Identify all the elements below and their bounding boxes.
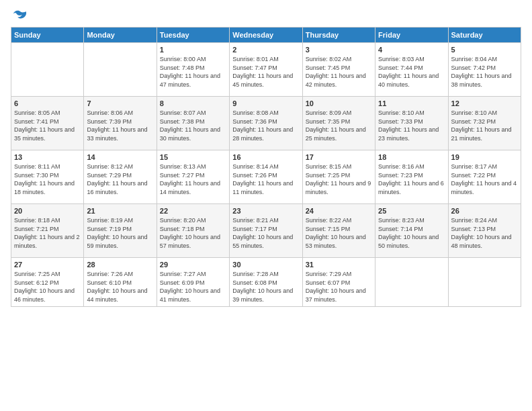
day-info: Sunrise: 8:24 AMSunset: 7:13 PMDaylight:…	[451, 216, 518, 250]
day-number: 15	[160, 153, 226, 161]
day-info: Sunrise: 8:14 AMSunset: 7:26 PMDaylight:…	[232, 163, 299, 196]
calendar-cell	[11, 43, 84, 97]
day-of-week-header: Monday	[84, 28, 157, 43]
day-info: Sunrise: 8:10 AMSunset: 7:32 PMDaylight:…	[451, 109, 518, 142]
day-number: 27	[14, 261, 81, 269]
calendar-cell: 28Sunrise: 7:26 AMSunset: 6:10 PMDayligh…	[84, 258, 157, 307]
day-number: 16	[232, 153, 299, 161]
calendar-cell: 11Sunrise: 8:10 AMSunset: 7:33 PMDayligh…	[375, 97, 448, 150]
day-info: Sunrise: 8:16 AMSunset: 7:23 PMDaylight:…	[378, 163, 445, 196]
calendar-cell: 1Sunrise: 8:00 AMSunset: 7:48 PMDaylight…	[157, 43, 229, 97]
logo	[11, 8, 27, 20]
calendar-cell: 15Sunrise: 8:13 AMSunset: 7:27 PMDayligh…	[157, 150, 229, 204]
calendar-header-row: SundayMondayTuesdayWednesdayThursdayFrid…	[11, 28, 521, 43]
day-info: Sunrise: 8:00 AMSunset: 7:48 PMDaylight:…	[160, 55, 226, 89]
day-info: Sunrise: 8:12 AMSunset: 7:29 PMDaylight:…	[87, 163, 153, 196]
day-info: Sunrise: 8:13 AMSunset: 7:27 PMDaylight:…	[160, 163, 226, 196]
calendar-cell: 8Sunrise: 8:07 AMSunset: 7:38 PMDaylight…	[157, 97, 229, 150]
day-info: Sunrise: 8:05 AMSunset: 7:41 PMDaylight:…	[14, 109, 81, 142]
day-number: 8	[160, 99, 226, 107]
day-info: Sunrise: 8:07 AMSunset: 7:38 PMDaylight:…	[160, 109, 226, 142]
day-info: Sunrise: 7:26 AMSunset: 6:10 PMDaylight:…	[87, 270, 153, 304]
day-info: Sunrise: 8:19 AMSunset: 7:19 PMDaylight:…	[87, 216, 153, 250]
calendar-cell: 22Sunrise: 8:20 AMSunset: 7:18 PMDayligh…	[157, 204, 229, 258]
calendar-cell: 7Sunrise: 8:06 AMSunset: 7:39 PMDaylight…	[84, 97, 157, 150]
calendar-cell: 6Sunrise: 8:05 AMSunset: 7:41 PMDaylight…	[11, 97, 84, 150]
calendar-table: SundayMondayTuesdayWednesdayThursdayFrid…	[11, 27, 521, 307]
day-number: 11	[378, 99, 445, 107]
day-number: 26	[451, 207, 518, 215]
calendar-cell	[84, 43, 157, 97]
calendar-cell: 10Sunrise: 8:09 AMSunset: 7:35 PMDayligh…	[302, 97, 375, 150]
calendar-cell: 12Sunrise: 8:10 AMSunset: 7:32 PMDayligh…	[448, 97, 521, 150]
calendar-cell: 21Sunrise: 8:19 AMSunset: 7:19 PMDayligh…	[84, 204, 157, 258]
day-number: 21	[87, 207, 153, 215]
day-of-week-header: Tuesday	[157, 28, 229, 43]
calendar-cell: 27Sunrise: 7:25 AMSunset: 6:12 PMDayligh…	[11, 258, 84, 307]
calendar-cell: 13Sunrise: 8:11 AMSunset: 7:30 PMDayligh…	[11, 150, 84, 204]
day-info: Sunrise: 8:08 AMSunset: 7:36 PMDaylight:…	[232, 109, 299, 142]
day-of-week-header: Wednesday	[230, 28, 302, 43]
day-info: Sunrise: 8:03 AMSunset: 7:44 PMDaylight:…	[378, 55, 445, 89]
calendar-cell: 31Sunrise: 7:29 AMSunset: 6:07 PMDayligh…	[302, 258, 375, 307]
calendar-cell: 18Sunrise: 8:16 AMSunset: 7:23 PMDayligh…	[375, 150, 448, 204]
day-number: 29	[160, 261, 226, 269]
calendar-cell: 19Sunrise: 8:17 AMSunset: 7:22 PMDayligh…	[448, 150, 521, 204]
calendar-cell: 30Sunrise: 7:28 AMSunset: 6:08 PMDayligh…	[230, 258, 302, 307]
day-number: 18	[378, 153, 445, 161]
day-info: Sunrise: 8:22 AMSunset: 7:15 PMDaylight:…	[306, 216, 372, 250]
day-info: Sunrise: 7:25 AMSunset: 6:12 PMDaylight:…	[14, 270, 81, 304]
day-info: Sunrise: 7:28 AMSunset: 6:08 PMDaylight:…	[232, 270, 299, 304]
day-of-week-header: Saturday	[448, 28, 521, 43]
day-number: 10	[306, 99, 372, 107]
day-number: 22	[160, 207, 226, 215]
logo-bird-icon	[12, 8, 27, 23]
calendar-cell: 5Sunrise: 8:04 AMSunset: 7:42 PMDaylight…	[448, 43, 521, 97]
day-number: 25	[378, 207, 445, 215]
calendar-cell: 25Sunrise: 8:23 AMSunset: 7:14 PMDayligh…	[375, 204, 448, 258]
page: SundayMondayTuesdayWednesdayThursdayFrid…	[0, 0, 532, 411]
calendar-cell: 29Sunrise: 7:27 AMSunset: 6:09 PMDayligh…	[157, 258, 229, 307]
calendar-cell: 24Sunrise: 8:22 AMSunset: 7:15 PMDayligh…	[302, 204, 375, 258]
day-info: Sunrise: 8:01 AMSunset: 7:47 PMDaylight:…	[232, 55, 299, 89]
day-info: Sunrise: 8:20 AMSunset: 7:18 PMDaylight:…	[160, 216, 226, 250]
day-info: Sunrise: 8:18 AMSunset: 7:21 PMDaylight:…	[14, 216, 81, 250]
day-number: 30	[232, 261, 299, 269]
day-info: Sunrise: 8:23 AMSunset: 7:14 PMDaylight:…	[378, 216, 445, 250]
day-number: 13	[14, 153, 81, 161]
calendar-cell	[448, 258, 521, 307]
day-of-week-header: Thursday	[302, 28, 375, 43]
day-of-week-header: Sunday	[11, 28, 84, 43]
day-number: 7	[87, 99, 153, 107]
day-number: 12	[451, 99, 518, 107]
day-number: 24	[306, 207, 372, 215]
day-info: Sunrise: 7:27 AMSunset: 6:09 PMDaylight:…	[160, 270, 226, 304]
calendar-cell: 20Sunrise: 8:18 AMSunset: 7:21 PMDayligh…	[11, 204, 84, 258]
day-info: Sunrise: 8:04 AMSunset: 7:42 PMDaylight:…	[451, 55, 518, 89]
day-number: 20	[14, 207, 81, 215]
day-of-week-header: Friday	[375, 28, 448, 43]
day-number: 5	[451, 46, 518, 54]
calendar-cell: 26Sunrise: 8:24 AMSunset: 7:13 PMDayligh…	[448, 204, 521, 258]
day-info: Sunrise: 8:11 AMSunset: 7:30 PMDaylight:…	[14, 163, 81, 196]
calendar-cell: 16Sunrise: 8:14 AMSunset: 7:26 PMDayligh…	[230, 150, 302, 204]
calendar-cell: 14Sunrise: 8:12 AMSunset: 7:29 PMDayligh…	[84, 150, 157, 204]
day-number: 19	[451, 153, 518, 161]
day-info: Sunrise: 7:29 AMSunset: 6:07 PMDaylight:…	[306, 270, 372, 304]
calendar-cell: 2Sunrise: 8:01 AMSunset: 7:47 PMDaylight…	[230, 43, 302, 97]
day-info: Sunrise: 8:06 AMSunset: 7:39 PMDaylight:…	[87, 109, 153, 142]
day-info: Sunrise: 8:02 AMSunset: 7:45 PMDaylight:…	[306, 55, 372, 89]
day-info: Sunrise: 8:17 AMSunset: 7:22 PMDaylight:…	[451, 163, 518, 196]
day-number: 6	[14, 99, 81, 107]
calendar-cell: 23Sunrise: 8:21 AMSunset: 7:17 PMDayligh…	[230, 204, 302, 258]
day-number: 17	[306, 153, 372, 161]
day-number: 4	[378, 46, 445, 54]
calendar-cell	[375, 258, 448, 307]
day-info: Sunrise: 8:10 AMSunset: 7:33 PMDaylight:…	[378, 109, 445, 142]
day-info: Sunrise: 8:21 AMSunset: 7:17 PMDaylight:…	[232, 216, 299, 250]
day-number: 2	[232, 46, 299, 54]
day-number: 28	[87, 261, 153, 269]
day-number: 1	[160, 46, 226, 54]
day-info: Sunrise: 8:09 AMSunset: 7:35 PMDaylight:…	[306, 109, 372, 142]
header	[11, 8, 521, 20]
